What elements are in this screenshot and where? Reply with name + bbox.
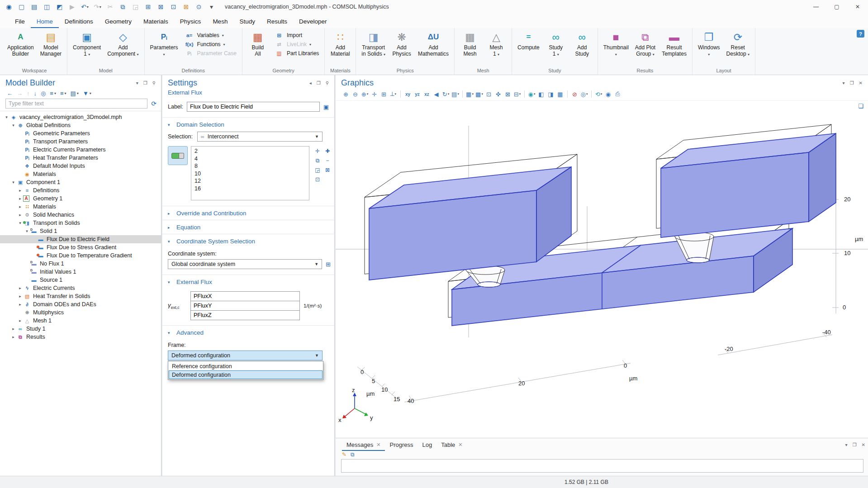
chevron-right-icon[interactable]: ▸ xyxy=(17,294,23,298)
functions-button[interactable]: f(x)Functions▾ xyxy=(182,40,239,48)
variables-button[interactable]: a=Variables▾ xyxy=(182,31,239,39)
tree-item-source-1[interactable]: ▬Source 1 xyxy=(0,276,161,284)
tree-item-geometric-parameters[interactable]: PᵢGeometric Parameters xyxy=(0,129,161,137)
zoom-in-icon[interactable]: ⊕ xyxy=(341,89,351,99)
close-icon[interactable]: ✕ xyxy=(376,442,380,448)
parameters-button[interactable]: PᵢParameters ▾ xyxy=(147,29,181,59)
nav-forward-icon[interactable]: → xyxy=(15,90,24,97)
tree-item-initial-values-1[interactable]: ▬DInitial Values 1 xyxy=(0,268,161,276)
tree-item-multiphysics[interactable]: ❋Multiphysics xyxy=(0,308,161,317)
tree-item-component-1[interactable]: ▾▣Component 1 xyxy=(0,178,161,186)
panel-pin-icon[interactable]: ⚲ xyxy=(152,80,157,86)
tree-item-electric-currents-parameters[interactable]: PᵢElectric Currents Parameters xyxy=(0,146,161,154)
domain-list-item[interactable]: 10 xyxy=(194,170,306,178)
redo-icon[interactable]: ↷▾ xyxy=(91,1,104,12)
chevron-down-icon[interactable]: ▾ xyxy=(10,123,16,128)
study-1-button[interactable]: ∞Study1 ▾ xyxy=(543,29,569,59)
panel-close-icon[interactable]: ✕ xyxy=(858,80,863,86)
activate-selection-icon[interactable]: ✛ xyxy=(313,146,323,156)
tree-item-global-definitions[interactable]: ▾⊕Global Definitions xyxy=(0,121,161,129)
rotate-view-icon[interactable]: ↻▾ xyxy=(441,89,451,99)
panel-float-icon[interactable]: ❐ xyxy=(316,80,322,86)
thumbnail-button[interactable]: ■Thumbnail ▾ xyxy=(600,29,632,59)
refresh-icon[interactable]: ⟳ xyxy=(151,100,157,107)
panel-float-icon[interactable]: ❐ xyxy=(142,80,148,86)
parameter-case-button[interactable]: PᵢParameter Case xyxy=(182,49,239,57)
livelink-button[interactable]: ⇄LiveLink▾ xyxy=(272,40,321,48)
tree-item-transport-in-solids[interactable]: ▾◨Transport in Solids xyxy=(0,219,161,227)
hide-objects-icon[interactable]: ◉▾ xyxy=(527,89,536,99)
close-icon[interactable]: ✕ xyxy=(458,442,462,448)
chevron-right-icon[interactable]: ▸ xyxy=(10,335,16,339)
tree-item-flux-due-to-stress-gradient[interactable]: ▬Flux Due to Stress Gradient xyxy=(0,243,161,251)
split-grid-icon[interactable]: ▦ xyxy=(555,89,565,99)
menu-tab-study[interactable]: Study xyxy=(233,14,261,28)
add-study-button[interactable]: ∞AddStudy xyxy=(569,29,595,58)
tree-item-definitions[interactable]: ▸≡Definitions xyxy=(0,186,161,194)
menu-tab-physics[interactable]: Physics xyxy=(174,14,207,28)
domain-selection-list[interactable]: 248101216 xyxy=(191,146,309,200)
show-hide-icon[interactable]: ◎ xyxy=(39,90,47,97)
nav-back-icon[interactable]: ← xyxy=(5,90,14,97)
remove-from-selection-icon[interactable]: − xyxy=(323,156,332,165)
zoom-out-icon[interactable]: ⊖ xyxy=(351,89,360,99)
new-file-icon[interactable]: ▢ xyxy=(15,1,28,12)
tree-filter-input[interactable] xyxy=(5,99,147,109)
build-mesh-button[interactable]: ▦BuildMesh xyxy=(457,29,483,58)
active-toggle-button[interactable] xyxy=(168,146,188,165)
panel-float-icon[interactable]: ❐ xyxy=(852,442,858,448)
tree-item-mesh-1[interactable]: ▸△Mesh 1 xyxy=(0,317,161,325)
chevron-down-icon[interactable]: ▾ xyxy=(24,229,30,233)
panel-pin-icon[interactable]: ⚲ xyxy=(325,80,330,86)
maximize-button[interactable]: ▢ xyxy=(826,0,847,14)
tree-item-materials[interactable]: ◉Materials xyxy=(0,170,161,178)
panel-back-icon[interactable]: ◂ xyxy=(308,80,313,86)
add-to-selection-icon[interactable]: ✚ xyxy=(323,146,332,156)
chevron-down-icon[interactable]: ▾ xyxy=(4,115,9,119)
external-flux-input-y[interactable] xyxy=(190,301,300,311)
rename-icon[interactable]: ▣ xyxy=(323,104,329,110)
menu-tab-mesh[interactable]: Mesh xyxy=(207,14,233,28)
copy-selection-icon[interactable]: ⧉ xyxy=(313,156,323,165)
zoom-box-icon[interactable]: ⊕▾ xyxy=(360,89,370,99)
multi-select-icon[interactable]: ✜ xyxy=(493,89,503,99)
split-vertical-icon[interactable]: ◨ xyxy=(546,89,555,99)
view-yz-icon[interactable]: yz xyxy=(413,89,422,99)
view-xz-icon[interactable]: xz xyxy=(422,89,432,99)
coordinate-system-dropdown[interactable]: Global coordinate system ▼ xyxy=(168,259,322,269)
graphics-3d-scene[interactable]: 20µm100-40-200510µm1540200µm z x y xyxy=(336,101,868,436)
label-input[interactable] xyxy=(187,102,320,112)
environment-icon[interactable]: ▩▾ xyxy=(474,89,484,99)
update-scene-icon[interactable]: ⟲▾ xyxy=(594,89,603,99)
undo-icon[interactable]: ↶▾ xyxy=(79,1,91,12)
result-templates-button[interactable]: ▬ResultTemplates xyxy=(659,29,690,58)
paste-icon[interactable]: ◲ xyxy=(129,1,142,12)
split-horizontal-icon[interactable]: ◧ xyxy=(536,89,546,99)
chevron-right-icon[interactable]: ▸ xyxy=(17,213,23,217)
selection-appearance-icon[interactable]: ◎▾ xyxy=(579,89,589,99)
tree-item-results[interactable]: ▸⧉Results xyxy=(0,333,161,341)
box-select-icon[interactable]: ⊠ xyxy=(503,89,512,99)
tree-item-transport-parameters[interactable]: PᵢTransport Parameters xyxy=(0,137,161,146)
snapshot-icon[interactable]: ◉ xyxy=(603,89,613,99)
menu-tab-geometry[interactable]: Geometry xyxy=(99,14,138,28)
select-box-icon[interactable]: ⊡ xyxy=(167,1,180,12)
copy-messages-icon[interactable]: ⧉ xyxy=(351,451,355,458)
tab-table[interactable]: Table✕ xyxy=(436,438,467,451)
add-mathematics-button[interactable]: ΔUAddMathematics xyxy=(415,29,452,58)
chevron-right-icon[interactable]: ▸ xyxy=(10,327,16,331)
clear-messages-icon[interactable]: ✎ xyxy=(342,451,346,458)
select-brush-icon[interactable]: ⊠ xyxy=(180,1,192,12)
minimize-button[interactable]: — xyxy=(806,0,826,14)
chevron-down-icon[interactable]: ▾ xyxy=(10,180,16,185)
tree-item-materials[interactable]: ▸∷Materials xyxy=(0,203,161,211)
default-view-icon[interactable]: ⟂▾ xyxy=(389,89,398,99)
tree-item-no-flux-1[interactable]: ▬DNo Flux 1 xyxy=(0,260,161,268)
panel-menu-icon[interactable]: ▾ xyxy=(135,80,139,86)
section-domain-selection[interactable]: ▾ Domain Selection xyxy=(162,117,334,131)
chevron-right-icon[interactable]: ▸ xyxy=(17,204,23,209)
scene-settings-icon[interactable]: ▤▾ xyxy=(451,89,460,99)
section-override[interactable]: ▸ Override and Contribution xyxy=(162,206,334,220)
move-down-icon[interactable]: ↓ xyxy=(33,90,38,97)
clear-hiding-icon[interactable]: ⊘ xyxy=(570,89,579,99)
